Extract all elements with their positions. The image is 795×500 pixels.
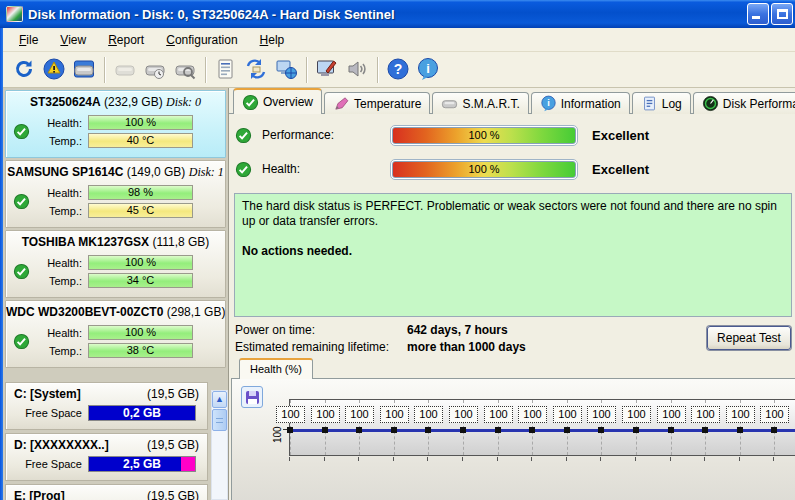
menu-help[interactable]: Help <box>250 30 295 50</box>
disk-health-bar: 100 % <box>88 115 193 130</box>
scrollbar-thumb[interactable] <box>212 409 227 431</box>
x-tick <box>393 457 394 461</box>
disk-item[interactable]: TOSHIBA MK1237GSX (111,8 GB) Health:100 … <box>5 230 226 298</box>
disk-temp-bar: 38 °C <box>88 343 193 358</box>
disk-temp-bar: 40 °C <box>88 133 193 148</box>
window-title: Disk Information - Disk: 0, ST3250624A -… <box>28 7 395 22</box>
partition-name: D: [XXXXXXXX..] <box>14 438 109 452</box>
disk-test-icon <box>113 57 137 83</box>
settings-icon <box>315 57 339 83</box>
health-chart-plot: 1001001001001001001001001001001001001001… <box>289 399 795 456</box>
about-button[interactable]: i <box>413 55 443 85</box>
partition-size: (19,5 GB) <box>147 387 199 401</box>
partition-item[interactable]: C: [System](19,5 GB)Free Space0,2 GB <box>5 382 208 430</box>
health-bar: 100 % <box>390 159 578 180</box>
sounds-icon <box>345 57 369 83</box>
network-status-button[interactable] <box>271 55 301 85</box>
scroll-up-button[interactable]: ▲ <box>212 391 227 408</box>
disk-item[interactable]: SAMSUNG SP1614C (149,0 GB) Disk: 1Health… <box>5 160 226 228</box>
lifetime-value: more than 1000 days <box>407 340 526 354</box>
maximize-button[interactable] <box>771 3 793 25</box>
alert-settings-button[interactable] <box>39 55 69 85</box>
tab-overview[interactable]: Overview <box>233 88 322 114</box>
menu-configuration[interactable]: Configuration <box>156 30 247 50</box>
partition-name: E: [Prog] <box>14 489 65 500</box>
report-button[interactable] <box>211 55 241 85</box>
tab-s-m-a-r-t-[interactable]: S.M.A.R.T. <box>432 92 528 114</box>
tab-information[interactable]: iInformation <box>531 92 630 114</box>
disk-schedule-button[interactable] <box>140 55 170 85</box>
tab-disk-performance[interactable]: Disk Performance <box>693 92 795 114</box>
disk-analyse-button[interactable] <box>170 55 200 85</box>
data-point <box>287 427 293 433</box>
disk-number: Disk: 0 <box>166 95 201 109</box>
tab-label: Overview <box>263 95 313 109</box>
minimize-button[interactable] <box>747 3 769 25</box>
disk-temp-row: Temp.:38 °C <box>6 343 225 358</box>
send-report-button[interactable] <box>241 55 271 85</box>
smart-icon <box>441 95 458 112</box>
power-on-time-label: Power on time: <box>235 323 407 337</box>
tab-label: S.M.A.R.T. <box>462 97 519 111</box>
sounds-button[interactable] <box>342 55 372 85</box>
data-point-label: 100 <box>414 406 443 423</box>
save-chart-button[interactable] <box>241 386 263 408</box>
health-bar-fill: 100 % <box>392 161 576 178</box>
x-tick <box>427 457 428 461</box>
data-point-label: 100 <box>449 406 478 423</box>
toolbar-separator <box>306 57 307 83</box>
application-window: Disk Information - Disk: 0, ST3250624A -… <box>0 0 795 500</box>
report-icon <box>214 57 238 83</box>
disk-health-row: Health:98 % <box>6 185 225 200</box>
partition-item[interactable]: D: [XXXXXXXX..](19,5 GB)Free Space2,5 GB <box>5 433 208 481</box>
disk-item[interactable]: WDC WD3200BEVT-00ZCT0 (298,1 GB) Health:… <box>5 300 226 368</box>
overview-icon <box>242 94 259 111</box>
data-point <box>322 427 328 433</box>
partition-size: (19,5 GB) <box>147 489 199 500</box>
data-point <box>771 427 777 433</box>
menu-bar: FileViewReportConfigurationHelp <box>3 28 795 52</box>
disk-schedule-icon <box>143 57 167 83</box>
app-icon <box>6 6 23 22</box>
tab-label: Temperature <box>354 97 421 111</box>
help-button[interactable]: ? <box>383 55 413 85</box>
tab-bar: OverviewTemperatureS.M.A.R.T.iInformatio… <box>229 88 795 114</box>
menu-report[interactable]: Report <box>98 30 154 50</box>
tab-label: Information <box>561 97 621 111</box>
send-report-icon <box>244 57 268 83</box>
disk-temp-row: Temp.:34 °C <box>6 273 225 288</box>
partition-scrollbar[interactable]: ▲ <box>211 390 228 500</box>
data-point <box>564 427 570 433</box>
data-point-label: 100 <box>345 406 374 423</box>
disk-item[interactable]: ST3250624A (232,9 GB) Disk: 0Health:100 … <box>5 90 226 158</box>
main-panel: OverviewTemperatureS.M.A.R.T.iInformatio… <box>228 88 795 500</box>
health-chart-panel: 100 100100100100100100100100100100100100… <box>231 378 795 500</box>
health-rating: Excellent <box>592 162 649 177</box>
disk-name: TOSHIBA MK1237GSX <box>22 235 149 249</box>
refresh-button[interactable] <box>9 55 39 85</box>
performance-rating: Excellent <box>592 128 649 143</box>
menu-view[interactable]: View <box>50 30 96 50</box>
disk-size: (149,0 GB) <box>127 165 186 179</box>
partition-item[interactable]: E: [Prog](19,5 GB)Free Space <box>5 484 208 500</box>
tab-label: Disk Performance <box>723 97 795 111</box>
free-space-label: Free Space <box>6 407 88 419</box>
log-icon <box>641 95 658 112</box>
maximize-icon <box>777 9 788 19</box>
disk-name: WDC WD3200BEVT-00ZCT0 <box>6 305 163 319</box>
health-percent-subtab[interactable]: Health (%) <box>239 358 313 379</box>
disk-size: (298,1 GB) <box>167 305 225 319</box>
data-point-label: 100 <box>484 406 513 423</box>
menu-file[interactable]: File <box>9 30 48 50</box>
disk-ok-icon <box>13 333 30 352</box>
settings-button[interactable] <box>312 55 342 85</box>
disk-analyse-icon <box>173 57 197 83</box>
disk-ok-icon <box>13 123 30 142</box>
tab-log[interactable]: Log <box>632 92 691 114</box>
disk-information-button[interactable] <box>69 55 99 85</box>
repeat-test-button[interactable]: Repeat Test <box>707 326 791 350</box>
data-point-label: 100 <box>311 406 340 423</box>
data-point-label: 100 <box>276 406 305 423</box>
tab-temperature[interactable]: Temperature <box>324 92 430 114</box>
partition-size: (19,5 GB) <box>147 438 199 452</box>
